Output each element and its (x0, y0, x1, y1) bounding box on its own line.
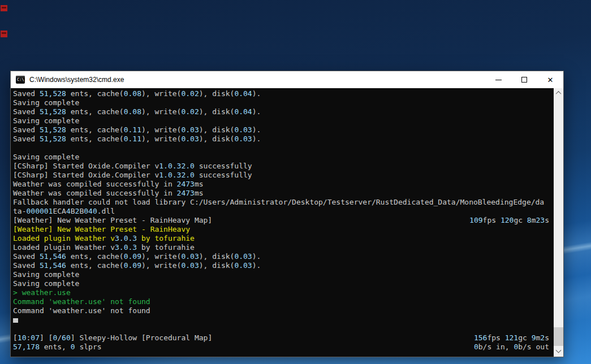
console-line: Weather was compiled successfully in 247… (13, 180, 549, 189)
console-text-segment: ). (252, 135, 261, 143)
console-output[interactable]: Saved 51,528 ents, cache(0.08), write(0.… (11, 88, 554, 357)
console-text-segment: Saved (13, 125, 40, 134)
console-text-segment: ta- (13, 207, 26, 215)
console-text-segment: successfully (195, 171, 252, 179)
console-text-segment: > weather.use (13, 288, 71, 297)
console-text-segment: s (545, 333, 549, 342)
console-text-segment: Saved (13, 135, 40, 143)
console-text-segment: 0.04 (234, 89, 252, 98)
console-text-segment: ). (252, 125, 261, 134)
console-text-segment: slprs (75, 343, 102, 351)
console-text-segment: 0.02 (181, 107, 199, 116)
console-line: Saving complete (13, 153, 549, 162)
console-text-segment: Saving complete (13, 116, 79, 125)
console-text-segment: / (57, 333, 62, 342)
console-text-segment: 0.11 (124, 135, 141, 143)
console-text-segment: Loaded plugin Weather v (13, 234, 115, 242)
console-text-segment: 040 (84, 207, 97, 215)
console-text-segment: Weather was compiled successfully in (13, 180, 177, 188)
console-text-segment: 60 (62, 333, 71, 342)
console-text-segment: 51,546 (40, 261, 66, 270)
console-text-segment: by tofurahie (137, 234, 195, 242)
console-text-segment: ents, cache( (66, 125, 124, 134)
console-line: [CSharp] Started Oxide.Compiler v1.0.32.… (13, 171, 549, 180)
console-text-segment: Saved (13, 261, 40, 270)
console-text-segment: 0.03 (234, 252, 252, 261)
console-text-segment: gc (518, 333, 531, 342)
console-text-segment: [Weather] New Weather Preset - RainHeavy (13, 225, 190, 233)
console-text-segment: 0 (474, 343, 478, 351)
console-line: Loaded plugin Weather v3.0.3 by tofurahi… (13, 243, 549, 252)
console-text-segment: 2473 (177, 180, 195, 188)
console-text-segment: [Weather] New Weather Preset - RainHeavy… (13, 216, 212, 224)
console-text-segment: ), disk( (199, 252, 235, 261)
console-line: 57,178 ents, 0 slprs0b/s in, 0b/s out (13, 343, 549, 352)
console-text-segment: 121 (505, 333, 518, 342)
minimize-button[interactable] (485, 71, 511, 88)
console-text-segment: Command 'weather.use' not found (13, 297, 150, 306)
maximize-button[interactable] (511, 71, 537, 88)
console-line: Weather was compiled successfully in 247… (13, 189, 549, 198)
console-text-segment: Saved (13, 89, 40, 98)
console-line: Saving complete (13, 270, 549, 279)
console-line: Fallback handler could not load library … (13, 198, 549, 207)
cmd-app-icon (16, 76, 25, 84)
console-text-segment: fps (483, 216, 501, 224)
console-area[interactable]: Saved 51,528 ents, cache(0.08), write(0.… (11, 88, 563, 357)
console-line: > weather.use (13, 288, 549, 297)
console-line: [10:07] [0/60] Sleepy-Hollow [Procedural… (13, 333, 549, 343)
console-text-segment: ), write( (141, 261, 181, 270)
console-line: ta-000001ECA4B2B040.dll (13, 207, 549, 216)
window-title-bar[interactable]: C:\Windows\system32\cmd.exe ✕ (11, 71, 563, 88)
console-text-segment: ] Sleepy-Hollow [Procedural Map] (71, 333, 212, 342)
desktop-wallpaper: C:\Windows\system32\cmd.exe ✕ Saved 51,5… (0, 0, 591, 364)
console-text-segment: ECA (53, 207, 66, 215)
console-text-segment: 10 (18, 333, 27, 342)
scrollbar-thumb[interactable] (554, 327, 563, 346)
console-text-segment: 2 (540, 333, 545, 342)
console-line: [CSharp] Started Oxide.Compiler v1.0.32.… (13, 162, 549, 171)
close-button[interactable]: ✕ (537, 71, 563, 88)
console-line (13, 324, 549, 333)
console-text-segment: Weather was compiled successfully in (13, 189, 177, 197)
console-text-segment: B (71, 207, 75, 215)
console-text-segment: 57,178 (13, 343, 40, 351)
console-text-segment: ents, cache( (66, 252, 124, 261)
console-text-segment: ). (252, 261, 261, 270)
console-text-segment: ). (252, 107, 261, 116)
console-text-segment: 0.09 (124, 252, 141, 261)
close-icon: ✕ (547, 76, 554, 84)
console-text-segment: 109 (469, 216, 482, 224)
chevron-down-icon (556, 348, 562, 353)
console-text-segment: ). (252, 252, 261, 261)
console-text-segment: ), write( (141, 252, 181, 261)
console-text-segment: 156 (474, 333, 487, 342)
scroll-down-button[interactable] (554, 347, 563, 357)
console-text-segment: 0.03 (181, 252, 199, 261)
vertical-scrollbar[interactable] (554, 88, 563, 357)
console-text-segment: 0.09 (124, 261, 141, 270)
console-text-segment: 51,528 (40, 89, 66, 98)
console-line: Saved 51,528 ents, cache(0.11), write(0.… (13, 135, 549, 144)
console-text-segment: 07 (31, 333, 40, 342)
console-text-segment: 0.03 (234, 261, 252, 270)
console-text-segment: Saving complete (13, 270, 79, 279)
console-line: Saving complete (13, 98, 549, 107)
console-text-segment: 3.0.3 (115, 243, 137, 252)
console-line: Command 'weather.use' not found (13, 297, 549, 306)
console-line: Saved 51,546 ents, cache(0.09), write(0.… (13, 252, 549, 261)
console-text-segment: ), disk( (199, 135, 235, 143)
console-text-segment: 000001 (26, 207, 53, 215)
console-line: Command 'weather.use' not found (13, 306, 549, 315)
console-line: [Weather] New Weather Preset - RainHeavy… (13, 216, 549, 225)
console-text-segment: 0.03 (181, 135, 199, 143)
console-text-segment: ents, cache( (66, 89, 124, 98)
console-text-segment: ), write( (141, 135, 181, 143)
text-cursor (13, 318, 18, 323)
console-text-segment: 1.0.32.0 (159, 171, 195, 179)
console-text-segment: gc (514, 216, 527, 224)
console-text-segment: ), disk( (199, 89, 235, 98)
window-title: C:\Windows\system32\cmd.exe (29, 76, 124, 84)
scroll-up-button[interactable] (554, 88, 563, 98)
console-text-segment: b/s in, (478, 343, 514, 351)
